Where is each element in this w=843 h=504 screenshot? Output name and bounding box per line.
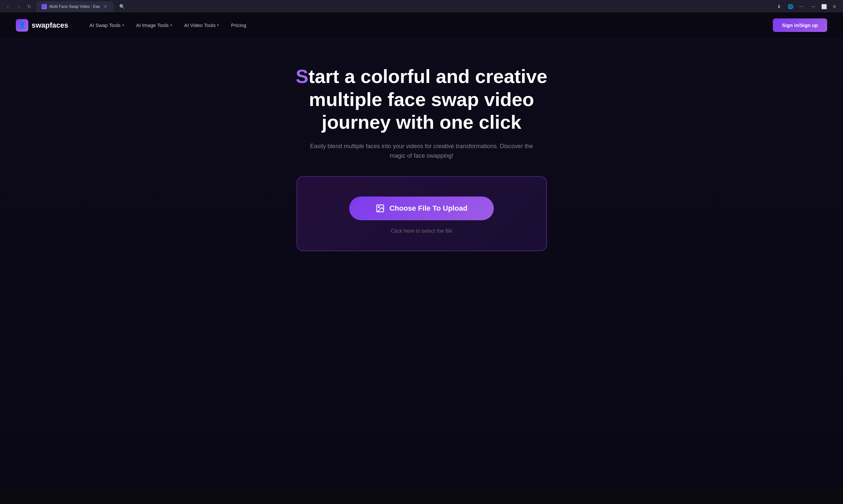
search-button[interactable]: 🔍 xyxy=(118,2,126,11)
browser-tab[interactable]: 👤 Multi Face Swap Video : Eas ✕ xyxy=(36,1,113,12)
maximize-button[interactable]: ⬜ xyxy=(819,2,828,11)
globe-button[interactable]: 🌐 xyxy=(786,2,795,11)
upload-button[interactable]: Choose File To Upload xyxy=(349,197,494,220)
minimize-button[interactable]: ─ xyxy=(809,2,818,11)
nav-item-ai-swap-tools[interactable]: AI Swap Tools ▾ xyxy=(84,20,129,31)
tab-favicon-icon: 👤 xyxy=(41,4,47,9)
tab-title: Multi Face Swap Video : Eas xyxy=(49,4,100,9)
tab-close-button[interactable]: ✕ xyxy=(103,4,108,10)
nav-item-ai-image-tools[interactable]: AI Image Tools ▾ xyxy=(131,20,178,31)
hero-title-highlight: S xyxy=(296,66,309,87)
logo-icon: 👤 xyxy=(16,19,28,32)
upload-hint: Click here to select the file xyxy=(391,228,452,234)
nav-item-ai-video-tools[interactable]: AI Video Tools ▾ xyxy=(179,20,224,31)
menu-button[interactable]: ⋯ xyxy=(797,2,806,11)
browser-action-buttons: ⬇ 🌐 ⋯ xyxy=(774,2,806,11)
hero-subtitle: Easily blend multiple faces into your vi… xyxy=(306,142,537,161)
forward-button[interactable]: → xyxy=(15,2,23,11)
chevron-down-icon: ▾ xyxy=(217,23,219,27)
close-window-button[interactable]: ✕ xyxy=(830,2,839,11)
reload-button[interactable]: ↻ xyxy=(25,2,34,11)
nav-item-pricing[interactable]: Pricing xyxy=(226,20,251,31)
chevron-down-icon: ▾ xyxy=(170,23,172,27)
logo-area[interactable]: 👤 swapfaces xyxy=(16,19,68,32)
navbar: 👤 swapfaces AI Swap Tools ▾ AI Image Too… xyxy=(0,12,843,38)
browser-chrome: ← → ↻ 👤 Multi Face Swap Video : Eas ✕ xyxy=(0,0,843,12)
upload-icon xyxy=(375,204,385,213)
page-wrapper: 👤 swapfaces AI Swap Tools ▾ AI Image Too… xyxy=(0,12,843,490)
download-button[interactable]: ⬇ xyxy=(774,2,784,11)
signin-button[interactable]: Sign in/Sign up xyxy=(773,18,827,32)
upload-container[interactable]: Choose File To Upload Click here to sele… xyxy=(297,176,547,251)
svg-point-1 xyxy=(378,207,380,208)
nav-links: AI Swap Tools ▾ AI Image Tools ▾ AI Vide… xyxy=(84,20,773,31)
window-controls: ─ ⬜ ✕ xyxy=(809,2,839,11)
logo-text: swapfaces xyxy=(32,21,68,30)
hero-section: Start a colorful and creative multiple f… xyxy=(0,38,843,271)
hero-title: Start a colorful and creative multiple f… xyxy=(274,65,570,134)
back-button[interactable]: ← xyxy=(4,2,13,11)
browser-tab-bar: ← → ↻ 👤 Multi Face Swap Video : Eas ✕ xyxy=(0,0,843,12)
chevron-down-icon: ▾ xyxy=(122,23,124,27)
browser-nav-buttons: ← → ↻ xyxy=(4,2,34,11)
